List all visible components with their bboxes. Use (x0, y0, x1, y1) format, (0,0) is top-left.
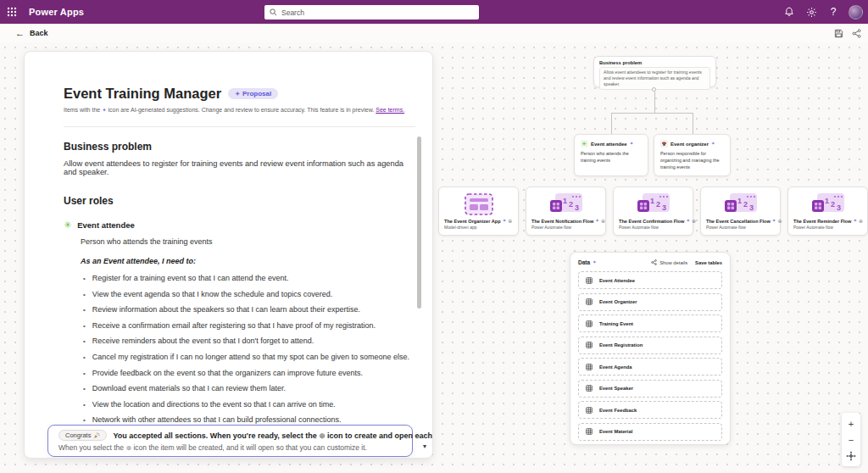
organizer-icon (660, 140, 668, 147)
save-tables-button[interactable]: Save tables (695, 260, 722, 265)
connector-line (693, 113, 693, 134)
search-input[interactable]: Search (264, 5, 479, 19)
congrats-message: You accepted all sections. When you're r… (113, 431, 433, 440)
svg-text:1: 1 (825, 197, 829, 205)
asset-card-flow[interactable]: 1 2 3 The Event Cancellation Flow ✦ ⊕ Po… (700, 186, 781, 236)
asset-card-flow[interactable]: 1 2 3 The Event Confirmation Flow ✦ ⊕ Po… (613, 186, 693, 236)
waffle-menu-icon[interactable] (0, 0, 24, 24)
search-icon (270, 8, 277, 16)
asset-card-app[interactable]: The Event Organizer App ✦ ⊕ Model-driven… (438, 186, 519, 236)
notifications-bell-icon[interactable] (782, 5, 796, 19)
proposal-badge: ✦ Proposal (228, 88, 278, 99)
model-driven-app-icon (444, 191, 513, 218)
ai-sparkle-icon: ✦ (102, 107, 106, 113)
back-button[interactable]: ← Back (15, 28, 48, 38)
user-avatar[interactable] (849, 5, 863, 19)
help-icon[interactable]: ? (826, 5, 840, 19)
table-row[interactable]: Event Organizer (578, 293, 722, 311)
app-header: Power Apps Search ? (0, 0, 868, 24)
canvas-role-node-organizer[interactable]: Event organizer ✦ Person responsible for… (654, 134, 731, 176)
congrats-subtext: When you select the ⊕ icon the item will… (58, 443, 402, 452)
ai-sparkle-icon: ✦ (630, 142, 634, 147)
back-arrow-icon: ← (15, 28, 25, 38)
ai-sparkle-icon: ✦ (593, 260, 597, 265)
show-details-button[interactable]: Show details (651, 259, 687, 265)
create-item-icon: ⊕ (125, 444, 131, 452)
power-automate-flow-icon: 1 2 3 (793, 191, 862, 218)
app-title: Power Apps (29, 7, 84, 17)
svg-text:1: 1 (563, 197, 567, 205)
create-item-icon[interactable]: ⊕ (692, 219, 696, 224)
asset-card-flow[interactable]: 1 2 3 The Event Reminder Flow ✦ ⊕ Power … (787, 186, 868, 236)
divider (64, 126, 415, 127)
svg-text:1: 1 (737, 197, 742, 205)
congrats-badge: Congrats (58, 430, 107, 441)
ai-sparkle-icon: ✦ (772, 219, 776, 224)
zoom-out-button[interactable]: − (843, 431, 860, 448)
create-item-icon[interactable]: ⊕ (508, 219, 512, 224)
need-item: •Cancel my registration if I can no long… (83, 349, 415, 365)
need-item: •Review information about the speakers s… (83, 303, 415, 319)
create-item-icon: ⊕ (319, 431, 325, 440)
table-row[interactable]: Event Agenda (578, 358, 722, 376)
zoom-in-button[interactable]: + (843, 415, 860, 431)
asset-card-flow[interactable]: 1 2 3 The Event Notification Flow ✦ ⊕ Po… (526, 186, 606, 236)
node-title: Business problem (599, 60, 710, 65)
fit-view-pan-icon[interactable] (843, 448, 860, 464)
table-icon (586, 385, 593, 392)
table-row[interactable]: Event Material (578, 423, 722, 441)
proposal-panel: Event Training Manager ✦ Proposal Items … (24, 51, 433, 459)
table-row[interactable]: Event Registration (578, 337, 722, 354)
attendee-icon: ✳ (64, 220, 71, 231)
ai-sparkle-icon: ✦ (235, 91, 240, 97)
create-item-icon[interactable]: ⊕ (859, 219, 863, 224)
table-row[interactable]: Event Speaker (578, 380, 722, 398)
party-popper-icon (93, 432, 100, 439)
need-item: •Receive a confirmation email after regi… (83, 318, 415, 334)
data-tables-panel: Data ✦ Show details Save tables Event At… (570, 252, 731, 445)
page-title: Event Training Manager (64, 86, 221, 102)
svg-text:1: 1 (650, 197, 654, 205)
save-icon-button[interactable] (834, 29, 843, 38)
canvas-role-node-attendee[interactable]: ✳ Event attendee ✦ Person who attends th… (574, 134, 648, 176)
create-item-icon[interactable]: ⊕ (777, 219, 782, 224)
svg-text:3: 3 (837, 203, 841, 212)
need-item: •View the event agenda so that I know th… (83, 287, 415, 303)
search-placeholder: Search (281, 8, 304, 17)
need-item: •Download event materials so that I can … (83, 381, 415, 397)
power-automate-flow-icon: 1 2 3 (619, 191, 687, 218)
business-problem-heading: Business problem (64, 141, 415, 153)
ai-sparkle-icon: ✦ (595, 219, 599, 224)
table-row[interactable]: Training Event (578, 314, 722, 332)
see-terms-link[interactable]: See terms. (376, 107, 404, 113)
ai-sparkle-icon: ✦ (686, 219, 690, 224)
table-icon (586, 342, 593, 348)
need-item: •Provide feedback on the event so that t… (83, 365, 415, 381)
canvas-business-problem-node[interactable]: Business problem Allow event attendees t… (593, 56, 716, 87)
back-bar: ← Back (0, 24, 868, 42)
connector-line (611, 113, 693, 114)
svg-text:2: 2 (569, 200, 573, 209)
settings-gear-icon[interactable] (804, 5, 818, 19)
show-details-icon (651, 259, 657, 265)
svg-text:3: 3 (662, 203, 666, 212)
share-icon-button[interactable] (852, 29, 861, 38)
connector-line (611, 113, 612, 134)
table-row[interactable]: Event Feedback (578, 401, 722, 419)
need-item: •View the location and directions to the… (83, 397, 415, 413)
scroll-down-chevron-icon[interactable]: ▾ (423, 442, 426, 450)
panel-scrollbar-thumb[interactable] (417, 136, 421, 309)
congrats-banner: Congrats You accepted all sections. When… (47, 425, 413, 457)
table-row[interactable]: Event Attendee (578, 271, 722, 289)
attendee-needs-list: •Register for a training event so that I… (83, 271, 415, 429)
business-problem-text: Allow event attendees to register for tr… (64, 159, 415, 176)
attendee-icon: ✳ (581, 140, 588, 147)
table-icon (586, 407, 593, 414)
need-item: •Receive reminders about the event so th… (83, 334, 415, 350)
table-icon (586, 320, 593, 327)
back-label: Back (30, 29, 48, 37)
power-automate-flow-icon: 1 2 3 (706, 191, 775, 218)
user-roles-heading: User roles (64, 195, 415, 207)
create-item-icon[interactable]: ⊕ (601, 219, 605, 224)
ai-sparkle-icon: ✦ (503, 219, 507, 224)
